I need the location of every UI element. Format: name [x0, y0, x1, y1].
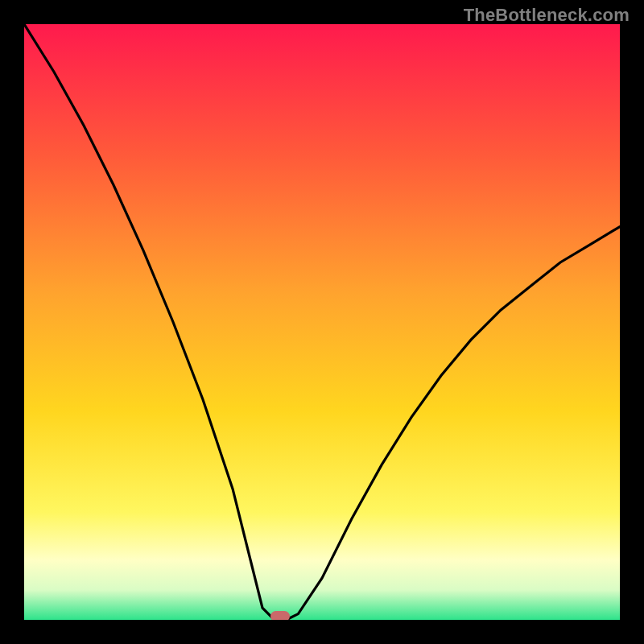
- plot-area: [24, 24, 620, 620]
- bottleneck-curve: [24, 24, 620, 620]
- optimal-point-marker: [270, 611, 290, 620]
- chart-frame: TheBottleneck.com: [0, 0, 644, 644]
- watermark-text: TheBottleneck.com: [464, 5, 630, 26]
